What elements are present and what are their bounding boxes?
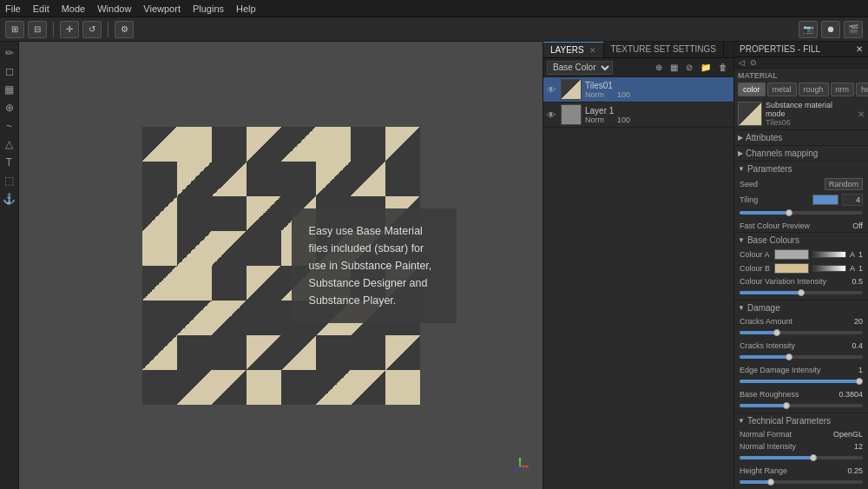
grid-icon[interactable]: ⊞: [5, 21, 24, 38]
props-close-icon[interactable]: ✕: [856, 44, 863, 54]
layer-item[interactable]: 👁 Tiles01 Norm 100: [543, 77, 733, 102]
fill-icon[interactable]: ▦: [2, 82, 17, 97]
colour-variation-slider[interactable]: [740, 291, 863, 294]
move-icon[interactable]: ✛: [60, 21, 79, 38]
colour-a-alpha[interactable]: [812, 251, 845, 258]
layer-thumb: [561, 79, 582, 100]
eraser-icon[interactable]: ◻: [2, 63, 17, 79]
normal-format-val: OpenGL: [833, 430, 863, 439]
layer-item[interactable]: 👁 Layer 1 Norm 100: [543, 102, 733, 128]
tiling-input[interactable]: [842, 194, 863, 206]
base-roughness-val: 0.3804: [838, 390, 863, 399]
base-roughness-slider[interactable]: [740, 404, 863, 407]
tile-cell: [385, 127, 420, 162]
menu-plugins[interactable]: Plugins: [193, 3, 224, 14]
channel-tab-nrm[interactable]: nrm: [831, 83, 855, 96]
tile-cell: [212, 231, 247, 266]
render-icon[interactable]: 🎬: [844, 21, 863, 38]
material-remove-btn[interactable]: ✕: [858, 109, 865, 119]
add-mask-btn[interactable]: ⊘: [683, 62, 695, 73]
props-toolbar: ◁ ⊙: [734, 57, 868, 69]
add-fill-btn[interactable]: ▦: [667, 62, 681, 73]
colour-b-swatch[interactable]: [774, 263, 809, 274]
fast-colour-row: Fast Colour Preview Off: [734, 220, 868, 232]
clone-icon[interactable]: ⊕: [2, 100, 17, 116]
colour-b-val: A: [850, 264, 855, 273]
channel-tab-height[interactable]: height: [856, 83, 868, 96]
channel-select[interactable]: Base Color: [547, 61, 613, 75]
tile-cell: [142, 370, 177, 405]
colour-a-swatch[interactable]: [774, 249, 809, 260]
tiling-row: Tiling: [734, 192, 868, 208]
settings-icon[interactable]: ⚙: [115, 21, 134, 38]
height-range-slider[interactable]: [740, 480, 863, 484]
seed-random-btn[interactable]: Random: [825, 178, 863, 190]
left-sidebar: ✏ ◻ ▦ ⊕ ~ △ T ⬚ ⚓: [0, 42, 19, 489]
tile-cell: [385, 335, 420, 370]
select-icon[interactable]: ⬚: [2, 173, 17, 188]
normal-intensity-slider[interactable]: [740, 456, 863, 459]
tile-cell: [177, 266, 212, 301]
anchor-icon[interactable]: ⚓: [2, 191, 17, 207]
view-icon[interactable]: ⊟: [28, 21, 47, 38]
menu-help[interactable]: Help: [236, 3, 256, 14]
section-parameters[interactable]: ▼ Parameters: [734, 161, 868, 176]
tile-cell: [177, 196, 212, 231]
layer-blend-mode: Norm: [585, 90, 604, 99]
edge-damage-slider[interactable]: [740, 380, 863, 383]
props-icon[interactable]: ⊙: [748, 57, 759, 68]
tiling-slider-track[interactable]: [740, 211, 863, 215]
text-icon[interactable]: T: [2, 155, 17, 170]
section-technical-params[interactable]: ▼ Technical Parameters: [734, 413, 868, 428]
toolbar-separator: [53, 22, 54, 37]
tab-texture-settings[interactable]: TEXTURE SET SETTINGS: [604, 42, 725, 57]
menu-mode[interactable]: Mode: [62, 3, 86, 14]
edge-damage-slider-row: [734, 376, 868, 388]
layer-visibility-icon[interactable]: 👁: [547, 110, 557, 120]
tile-cell: [385, 162, 420, 196]
tile-cell: [281, 335, 316, 370]
section-base-colours[interactable]: ▼ Base Colours: [734, 232, 868, 248]
channel-tab-metal[interactable]: metal: [767, 83, 797, 96]
material-mode-row: Substance material mode Tiles06 ✕: [734, 98, 868, 129]
tile-cell: [177, 301, 212, 335]
viewport[interactable]: Easy use Base Material files included (s…: [19, 42, 542, 489]
camera-icon[interactable]: 📷: [799, 21, 818, 38]
cracks-amount-slider[interactable]: [740, 331, 863, 334]
layer-visibility-icon[interactable]: 👁: [547, 85, 557, 95]
add-layer-btn[interactable]: ⊕: [653, 62, 665, 73]
record-icon[interactable]: ⏺: [821, 21, 840, 38]
layer-delete-btn[interactable]: 🗑: [716, 62, 730, 73]
section-attributes[interactable]: ▶ Attributes: [734, 129, 868, 145]
menu-bar: File Edit Mode Window Viewport Plugins H…: [0, 0, 868, 17]
smudge-icon[interactable]: ~: [2, 118, 17, 134]
props-back-btn[interactable]: ◁: [737, 57, 746, 68]
tab-layers[interactable]: LAYERS ✕: [543, 42, 604, 57]
channel-tab-rough[interactable]: rough: [799, 83, 829, 96]
colour-b-alpha[interactable]: [812, 265, 845, 272]
section-damage[interactable]: ▼ Damage: [734, 300, 868, 315]
layer-group-btn[interactable]: 📁: [698, 62, 713, 73]
cracks-intensity-label: Cracks Intensity: [740, 341, 848, 350]
fast-colour-value: Off: [852, 221, 863, 230]
menu-window[interactable]: Window: [97, 3, 131, 14]
tile-cell: [142, 231, 177, 266]
menu-file[interactable]: File: [5, 3, 21, 14]
menu-viewport[interactable]: Viewport: [143, 3, 181, 14]
paint-icon[interactable]: ✏: [2, 45, 17, 61]
svg-marker-4: [518, 458, 522, 460]
tiling-slider-row: [734, 208, 868, 220]
cracks-amount-val: 20: [854, 317, 863, 326]
layer-opacity: 100: [608, 90, 630, 99]
tab-layers-close[interactable]: ✕: [589, 46, 596, 55]
section-channels-mapping[interactable]: ▶ Channels mapping: [734, 145, 868, 161]
channel-tab-color[interactable]: color: [738, 83, 766, 96]
rotate-icon[interactable]: ↺: [82, 21, 102, 38]
viewport-container: Easy use Base Material files included (s…: [19, 42, 542, 489]
cracks-intensity-slider[interactable]: [740, 355, 863, 359]
menu-edit[interactable]: Edit: [33, 3, 49, 14]
colour-a-num: 1: [858, 250, 863, 259]
polygon-icon[interactable]: △: [2, 136, 17, 152]
tile-cell: [142, 127, 177, 162]
tile-cell: [247, 127, 281, 162]
